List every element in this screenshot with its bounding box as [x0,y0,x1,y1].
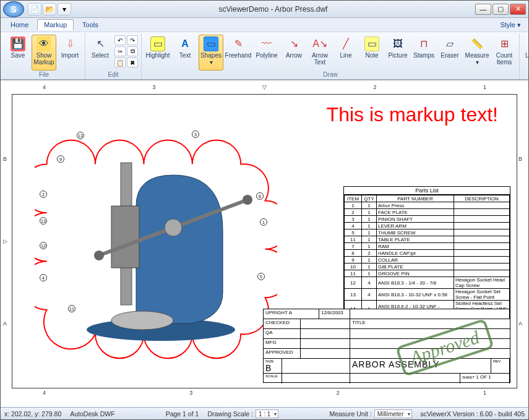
undo-icon[interactable]: ↶ [114,35,126,45]
quick-access-toolbar: 📄 📂 ▾ [28,3,71,15]
callout-11: 11 [68,305,75,312]
minimize-button[interactable]: — [475,4,491,15]
copy-icon[interactable]: ⧉ [127,46,138,56]
scale-dropdown[interactable]: 1 : 1 [256,409,278,418]
arrow-icon: ↘ [286,36,301,51]
import-icon: ⇩ [62,36,77,51]
status-version: scViewerX Version : 6.00 - build 405 [421,410,525,418]
status-coords: x: 202.02, y: 279.80 [4,410,61,418]
svg-point-7 [111,311,173,330]
parts-row: 21FACE PLATE [345,209,510,216]
callout-4: 4 [40,274,47,281]
text-icon: A [178,36,192,51]
status-page: Page 1 of 1 [166,410,199,418]
show-markup-button[interactable]: 👁Show Markup [32,35,56,71]
maximize-button[interactable]: ▢ [492,4,509,15]
select-button[interactable]: ↖Select [88,35,113,71]
highlight-icon: ▭ [150,36,165,51]
titlebar: S 📄 📂 ▾ scViewerDemo - Arbor Press.dwf —… [1,1,528,18]
import-button[interactable]: ⇩Import [58,35,82,71]
app-window: S 📄 📂 ▾ scViewerDemo - Arbor Press.dwf —… [0,0,529,420]
markup-text-annotation[interactable]: This is markup text! [327,103,498,126]
stamps-button[interactable]: ⊓Stamps [411,35,436,71]
freehand-button[interactable]: ✎Freehand [225,35,252,71]
callout-13b: 13 [40,217,47,225]
svg-point-5 [243,195,252,205]
status-scale: Drawing Scale :1 : 1 [207,409,278,418]
picture-button[interactable]: 🖼Picture [385,35,410,71]
callout-9: 9 [57,155,64,163]
save-button[interactable]: 💾Save [6,35,30,71]
group-tools: ☰Layers 💬Create From XML 💬Show Next Mark… [520,33,529,79]
parts-row: 124ANSI B18.3 - 1/4 - 20 - 7/8Hexagon So… [345,277,510,289]
svg-point-6 [165,219,182,236]
status-format: AutoDesk DWF [70,410,114,418]
arrow-text-icon: A↘ [312,36,327,51]
highlight-button[interactable]: ▭Highlight [144,35,171,71]
note-icon: ▭ [364,36,379,51]
svg-rect-2 [111,206,139,268]
layers-button[interactable]: ☰Layers [522,35,529,71]
ruler-icon: 📏 [470,36,484,51]
save-icon: 💾 [11,36,25,51]
cursor-icon: ↖ [93,36,108,51]
callout-1: 1 [260,218,267,226]
ruler-top: 43▽21 [12,84,517,93]
status-bar: x: 202.02, y: 279.80 AutoDesk DWF Page 1… [1,407,528,419]
count-button[interactable]: ⊞Count Items [492,35,517,71]
parts-row: 111TABLE PLATE [345,236,510,243]
callout-12: 12 [40,242,47,249]
note-button[interactable]: ▭Note [359,35,384,71]
eraser-button[interactable]: ▱Eraser [437,35,462,71]
drawing-sheet: This is markup text! 13 3 9 2 [12,94,517,388]
callout-5: 5 [257,273,265,280]
measure-button[interactable]: 📏Measure▾ [463,35,491,71]
parts-row: 111GROOVE PIN [345,270,510,277]
qat-dropdown-icon[interactable]: ▾ [58,3,71,15]
parts-row: 134ANSI B18.3 - 10-32 UNF x 0.58Hexagon … [345,289,510,301]
app-menu-button[interactable]: S [3,1,24,17]
parts-row: 51THUMB SCREW [345,229,510,236]
unit-dropdown[interactable]: Millimeter [374,409,412,418]
line-button[interactable]: ╱Line [333,35,358,71]
tab-markup[interactable]: Markup [37,19,74,30]
ruler-right: BA [518,94,526,388]
count-icon: ⊞ [497,36,512,51]
picture-icon: 🖼 [390,36,405,51]
shapes-button[interactable]: ▭Shapes▾ [199,35,223,71]
qat-open-icon[interactable]: 📂 [43,3,56,15]
close-button[interactable]: ✕ [510,4,526,15]
ribbon: Home Markup Tools Style ▾ 💾Save 👁Show Ma… [1,18,528,80]
shapes-icon: ▭ [204,36,218,51]
parts-row: 31PINION SHAFT [345,216,510,223]
pencil-icon: ✎ [231,36,246,51]
polyline-button[interactable]: 〰Polyline [253,35,280,71]
parts-row: 82HANDLE CAP.ipt [345,250,510,257]
tab-tools[interactable]: Tools [76,20,105,30]
tab-home[interactable]: Home [4,20,35,30]
cut-icon[interactable]: ✂ [114,46,126,56]
callout-3: 3 [192,131,199,138]
callout-8: 8 [256,192,264,200]
arrow-text-button[interactable]: A↘Arrow Text [308,35,332,71]
parts-list-table: Parts List ITEM QTY PART NUMBER DESCRIPT… [343,186,510,319]
callout-13: 13 [77,132,84,139]
style-dropdown[interactable]: Style ▾ [500,21,525,29]
redo-icon[interactable]: ↷ [127,35,138,45]
window-title: scViewerDemo - Arbor Press.dwf [71,5,475,14]
group-edit: ↖Select ↶↷ ✂⧉ 📋✖ Edit [85,33,142,79]
qat-new-icon[interactable]: 📄 [28,3,41,15]
drawing-canvas[interactable]: 43▽21 4321 B▷A BA This is markup text! [1,80,528,407]
arbor-press-drawing [49,132,266,354]
parts-row: 101GIB PLATE [345,264,510,270]
delete-icon[interactable]: ✖ [127,58,138,67]
ruler-left: B▷A [3,94,11,388]
parts-row: 41LEVER ARM [345,223,510,229]
callout-2: 2 [40,191,47,198]
eraser-icon: ▱ [442,36,457,51]
text-button[interactable]: AText [173,35,197,71]
paste-icon[interactable]: 📋 [114,58,126,67]
stamp-icon: ⊓ [416,36,431,51]
arrow-button[interactable]: ↘Arrow [282,35,306,71]
eye-icon: 👁 [37,36,51,51]
